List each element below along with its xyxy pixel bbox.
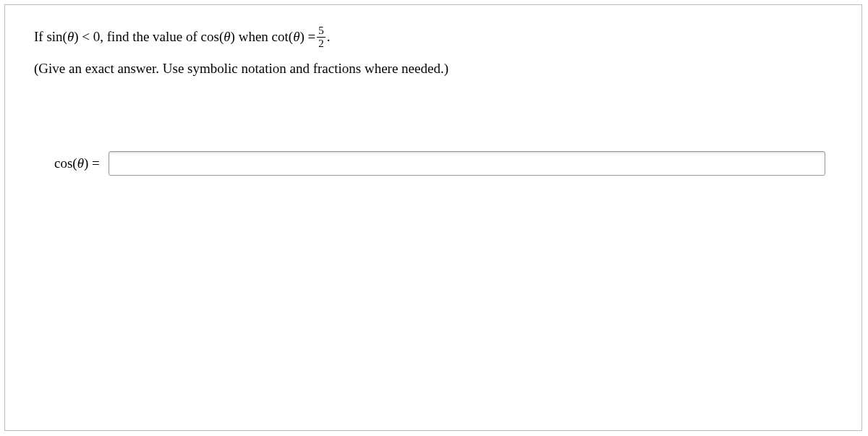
question-line-1: If sin(θ) < 0, find the value of cos(θ) … (34, 25, 841, 49)
question-panel: If sin(θ) < 0, find the value of cos(θ) … (4, 4, 862, 431)
theta-symbol: θ (224, 27, 230, 47)
fraction-denominator: 2 (317, 38, 326, 49)
label-segment: ) = (84, 155, 100, 171)
fraction-numerator: 5 (317, 25, 326, 38)
text-segment: ) when cot( (231, 27, 294, 47)
text-segment: ) < 0, find the value of cos( (74, 27, 224, 47)
question-text: If sin(θ) < 0, find the value of cos(θ) … (34, 25, 841, 79)
answer-label: cos(θ) = (54, 155, 100, 171)
text-segment: ) = (299, 27, 315, 47)
text-segment: If sin( (34, 27, 67, 47)
theta-symbol: θ (293, 27, 299, 47)
fraction: 5 2 (317, 25, 326, 49)
label-segment: cos( (54, 155, 77, 171)
answer-input[interactable] (109, 151, 825, 176)
answer-row: cos(θ) = (34, 151, 841, 176)
theta-symbol: θ (77, 155, 84, 171)
text-segment: . (327, 27, 331, 47)
theta-symbol: θ (67, 27, 74, 47)
question-line-2: (Give an exact answer. Use symbolic nota… (34, 59, 841, 79)
